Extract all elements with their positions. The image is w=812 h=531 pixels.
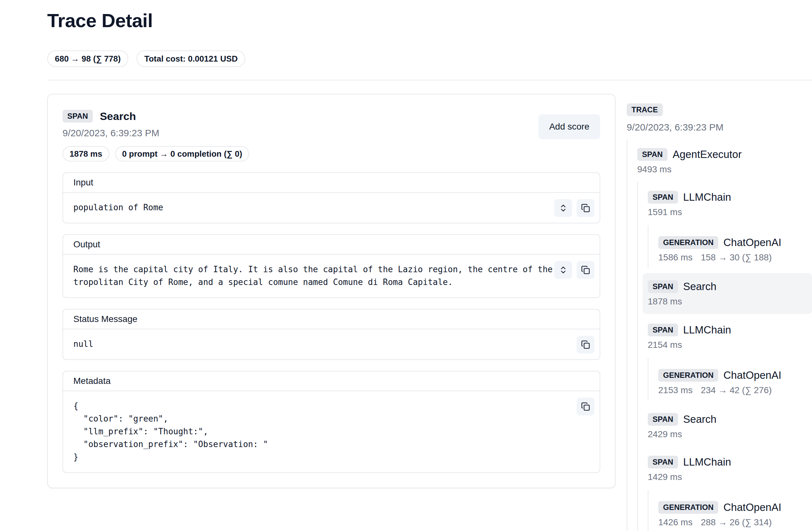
tree-node-name: Search [683, 279, 716, 293]
tree-node-head: SPAN LLMChain [648, 455, 812, 469]
latency-value: 1878 ms [648, 296, 682, 307]
span-title: Search [100, 109, 136, 123]
tree-node-name: ChatOpenAI [723, 235, 781, 249]
status-message-label: Status Message [63, 310, 599, 329]
latency-value: 2153 ms [658, 385, 692, 396]
tree-node-head: GENERATION ChatOpenAI [658, 235, 812, 249]
status-message-actions [577, 336, 594, 354]
tree-node-latency: 2154 ms [648, 340, 812, 350]
output-value: Rome is the capital city of Italy. It is… [73, 263, 570, 288]
status-message-body: null [63, 329, 599, 359]
input-section: Input population of Rome [62, 172, 600, 224]
generation-type-badge: GENERATION [658, 369, 718, 382]
tree-node-latency: 9493 ms [637, 164, 812, 175]
chevrons-up-down-icon [559, 266, 568, 274]
span-type-badge: SPAN [637, 148, 668, 161]
output-copy-button[interactable] [577, 261, 594, 279]
latency-value: 1591 ms [648, 207, 682, 218]
latency-value: 1426 ms [658, 517, 692, 528]
tree-node-search-1-selected[interactable]: SPAN Search 1878 ms [643, 273, 812, 314]
token-usage-value: 288 → 26 (∑ 314) [701, 517, 771, 528]
tree-node-head: GENERATION ChatOpenAI [658, 368, 812, 382]
output-expand-button[interactable] [554, 261, 572, 279]
latency-value: 1429 ms [648, 472, 682, 483]
status-copy-button[interactable] [577, 336, 594, 354]
input-expand-button[interactable] [554, 199, 572, 217]
span-type-badge: SPAN [648, 191, 678, 204]
tree-node-chatopenai-2[interactable]: GENERATION ChatOpenAI 2153 ms 234 → 42 (… [658, 368, 812, 396]
tree-node-llmchain-3[interactable]: SPAN LLMChain 1429 ms [648, 455, 812, 483]
span-card-header: SPAN Search 9/20/2023, 6:39:23 PM 1878 m… [62, 109, 600, 161]
span-type-badge: SPAN [648, 413, 678, 426]
trace-token-usage-badge: 680 → 98 (∑ 778) [47, 51, 128, 67]
tree-node-chatopenai-3[interactable]: GENERATION ChatOpenAI 1426 ms 288 → 26 (… [658, 500, 812, 528]
status-message-value: null [73, 338, 590, 350]
span-token-usage-badge: 0 prompt → 0 completion (∑ 0) [115, 146, 249, 161]
tree-node-name: AgentExecutor [672, 147, 741, 161]
tree-node-head: SPAN LLMChain [648, 323, 812, 337]
tree-node-head: SPAN LLMChain [648, 190, 812, 204]
copy-icon [581, 266, 590, 274]
llmchain-2-children-group: GENERATION ChatOpenAI 2153 ms 234 → 42 (… [648, 358, 812, 401]
token-usage-value: 158 → 30 (∑ 188) [701, 252, 771, 263]
generation-type-badge: GENERATION [658, 236, 718, 249]
add-score-button[interactable]: Add score [538, 114, 600, 139]
generation-type-badge: GENERATION [658, 501, 718, 514]
metadata-copy-button[interactable] [577, 398, 594, 415]
input-value: population of Rome [73, 201, 590, 214]
tree-node-name: LLMChain [683, 455, 731, 469]
copy-icon [581, 402, 590, 411]
tree-node-head: SPAN Search [648, 279, 807, 293]
tree-node-llmchain-2[interactable]: SPAN LLMChain 2154 ms [648, 323, 812, 350]
span-type-badge: SPAN [62, 110, 93, 123]
output-actions [554, 261, 594, 279]
span-type-badge: SPAN [648, 280, 678, 293]
latency-value: 2429 ms [648, 429, 682, 440]
span-detail-card: SPAN Search 9/20/2023, 6:39:23 PM 1878 m… [47, 94, 615, 488]
tree-node-search-2[interactable]: SPAN Search 2429 ms [648, 412, 812, 440]
tree-node-latency: 2429 ms [648, 429, 812, 440]
header-divider [47, 80, 812, 81]
page-header: Trace Detail 680 → 98 (∑ 778) Total cost… [0, 0, 812, 67]
llmchain-3-children-group: GENERATION ChatOpenAI 1426 ms 288 → 26 (… [648, 490, 812, 531]
tree-node-name: ChatOpenAI [723, 500, 781, 514]
tree-node-head: SPAN Search [648, 412, 812, 426]
content: SPAN Search 9/20/2023, 6:39:23 PM 1878 m… [0, 94, 812, 531]
tree-node-latency: 2153 ms 234 → 42 (∑ 276) [658, 385, 812, 396]
trace-timestamp: 9/20/2023, 6:39:23 PM [627, 121, 812, 133]
tree-node-agentexecutor[interactable]: SPAN AgentExecutor 9493 ms [637, 147, 812, 175]
tree-node-name: ChatOpenAI [723, 368, 781, 382]
token-usage-value: 234 → 42 (∑ 276) [701, 385, 771, 396]
trace-tree-sidebar: TRACE 9/20/2023, 6:39:23 PM SPAN AgentEx… [627, 94, 812, 531]
tree-node-latency: 1591 ms [648, 207, 812, 218]
span-metric-badges: 1878 ms 0 prompt → 0 completion (∑ 0) [62, 146, 249, 161]
metadata-section: Metadata { "color": "green", "llm_prefix… [62, 371, 600, 473]
output-section: Output Rome is the capital city of Italy… [62, 234, 600, 298]
tree-node-latency: 1586 ms 158 → 30 (∑ 188) [658, 252, 812, 263]
tree-node-chatopenai-1[interactable]: GENERATION ChatOpenAI 1586 ms 158 → 30 (… [658, 235, 812, 263]
span-type-badge: SPAN [648, 324, 678, 336]
metadata-label: Metadata [63, 371, 599, 391]
copy-icon [581, 340, 590, 349]
trace-summary-badges: 680 → 98 (∑ 778) Total cost: 0.00121 USD [47, 51, 812, 67]
tree-node-latency: 1878 ms [648, 296, 807, 307]
output-section-body: Rome is the capital city of Italy. It is… [63, 255, 599, 298]
chevrons-up-down-icon [559, 204, 568, 213]
latency-value: 1586 ms [658, 252, 692, 263]
trace-tree: SPAN AgentExecutor 9493 ms SPAN LLMChain [627, 140, 812, 531]
trace-total-cost-badge: Total cost: 0.00121 USD [136, 51, 245, 67]
copy-icon [581, 204, 590, 213]
tree-node-head: GENERATION ChatOpenAI [658, 500, 812, 514]
output-section-label: Output [63, 235, 599, 255]
span-card-header-left: SPAN Search 9/20/2023, 6:39:23 PM 1878 m… [62, 109, 249, 161]
metadata-body: { "color": "green", "llm_prefix": "Thoug… [63, 391, 599, 472]
trace-type-badge: TRACE [627, 103, 663, 116]
input-section-label: Input [63, 173, 599, 193]
tree-node-name: LLMChain [683, 323, 731, 337]
input-copy-button[interactable] [577, 199, 594, 217]
tree-node-latency: 1426 ms 288 → 26 (∑ 314) [658, 517, 812, 528]
span-timestamp: 9/20/2023, 6:39:23 PM [62, 127, 249, 139]
input-actions [554, 199, 594, 217]
input-section-body: population of Rome [63, 193, 599, 223]
tree-node-llmchain-1[interactable]: SPAN LLMChain 1591 ms [648, 190, 812, 218]
